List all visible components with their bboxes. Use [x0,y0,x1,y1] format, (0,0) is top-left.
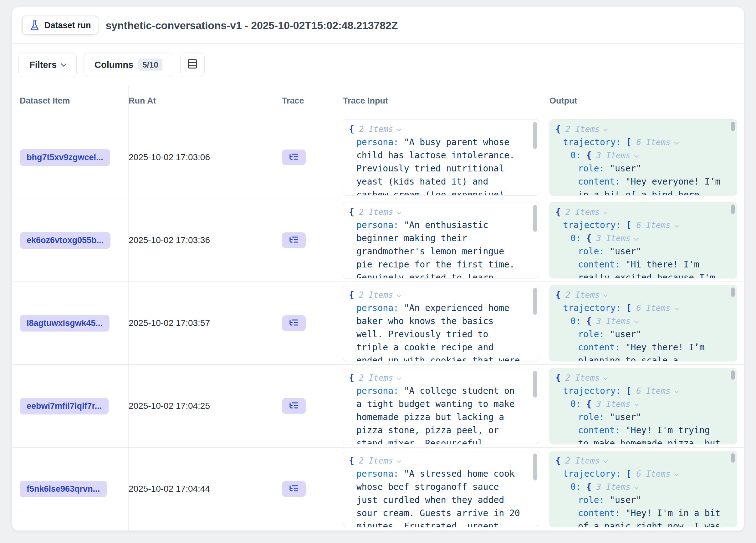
collapse-chevron-icon[interactable] [397,458,401,463]
dataset-item-cell: l8agtuwxisgwk45... [20,282,129,364]
filters-button[interactable]: Filters [18,53,77,77]
trace-input-json-viewer[interactable]: {2 Items persona: "An enthusiastic begin… [343,202,539,278]
collapse-chevron-icon[interactable] [674,306,679,310]
scrollbar-thumb[interactable] [533,122,537,149]
columns-button[interactable]: Columns 5/10 [84,53,173,77]
dataset-item-badge[interactable]: ek6oz6vtoxg055b... [20,232,110,249]
output-json-viewer[interactable]: {2 Items trajectory: [6 Items 0: {3 Item… [549,202,737,278]
collapse-chevron-icon[interactable] [603,210,608,214]
trace-button[interactable] [282,315,306,331]
role-value: "user" [610,329,641,339]
json-item-count: 6 Items [636,303,671,313]
toolbar: Filters Columns 5/10 [12,44,744,86]
json-item-count: 3 Items [596,151,631,160]
json-open-brace: { [586,482,592,492]
trace-input-json-viewer[interactable]: {2 Items persona: "An experienced home b… [343,285,539,361]
collapse-chevron-icon[interactable] [603,293,608,297]
output-json-viewer[interactable]: {2 Items trajectory: [6 Items 0: {3 Item… [549,368,737,444]
output-cell: {2 Items trajectory: [6 Items 0: {3 Item… [549,285,737,361]
chevron-down-icon [61,61,66,67]
dataset-item-cell: f5nk6lse963qrvn... [20,448,129,530]
table-header: Dataset Item Run At Trace Trace Input Ou… [12,86,744,116]
collapse-chevron-icon[interactable] [634,402,639,406]
trace-button[interactable] [282,233,306,248]
collapse-chevron-icon[interactable] [603,458,608,463]
dataset-item-badge[interactable]: bhg7t5xv9zgwcel... [20,149,110,166]
column-header-trace[interactable]: Trace [282,96,343,106]
json-content: {2 Items trajectory: [6 Items 0: {3 Item… [555,454,723,527]
trace-input-json-viewer[interactable]: {2 Items persona: "A stressed home cook … [343,451,539,527]
collapse-chevron-icon[interactable] [634,485,639,489]
column-header-output[interactable]: Output [549,96,736,106]
collapse-chevron-icon[interactable] [603,127,608,131]
output-json-viewer[interactable]: {2 Items trajectory: [6 Items 0: {3 Item… [549,451,737,527]
trace-button[interactable] [282,398,306,414]
json-item-count: 2 Items [359,373,393,382]
collapse-chevron-icon[interactable] [634,153,639,158]
json-key-index: 0: [570,482,581,492]
column-header-run-at[interactable]: Run At [129,96,282,106]
scrollbar-thumb[interactable] [533,205,537,232]
json-key-content: content: [578,177,620,187]
collapse-chevron-icon[interactable] [397,376,401,380]
dataset-run-badge[interactable]: Dataset run [22,16,98,35]
scrollbar-thumb[interactable] [533,288,537,315]
output-cell: {2 Items trajectory: [6 Items 0: {3 Item… [549,119,737,196]
trace-button[interactable] [282,150,306,165]
output-json-viewer[interactable]: {2 Items trajectory: [6 Items 0: {3 Item… [549,285,737,361]
scrollbar-thumb[interactable] [731,453,735,463]
json-item-count: 6 Items [636,469,671,479]
json-item-count: 6 Items [636,221,671,230]
json-open-bracket: [ [626,386,631,396]
json-open-brace: { [555,372,561,383]
json-item-count: 2 Items [359,456,393,465]
collapse-chevron-icon[interactable] [674,389,679,393]
dataset-run-badge-label: Dataset run [44,21,91,30]
trace-input-json-viewer[interactable]: {2 Items persona: "A busy parent whose c… [343,119,539,196]
list-tree-icon [289,483,299,494]
row-height-button[interactable] [180,53,205,77]
collapse-chevron-icon[interactable] [674,140,679,145]
output-json-viewer[interactable]: {2 Items trajectory: [6 Items 0: {3 Item… [549,119,737,196]
collapse-chevron-icon[interactable] [634,319,639,323]
scrollbar-thumb[interactable] [731,122,735,131]
json-content: {2 Items trajectory: [6 Items 0: {3 Item… [555,206,723,278]
json-key-content: content: [578,508,620,518]
column-header-dataset-item[interactable]: Dataset Item [20,86,129,116]
json-key-index: 0: [570,233,581,243]
role-value: "user" [610,412,641,422]
json-open-brace: { [555,124,561,134]
collapse-chevron-icon[interactable] [674,223,679,228]
trace-button[interactable] [282,481,306,497]
json-key-trajectory: trajectory: [563,386,621,396]
collapse-chevron-icon[interactable] [674,472,679,476]
flask-icon [29,20,40,31]
trace-input-json-viewer[interactable]: {2 Items persona: "A college student on … [343,368,539,444]
json-key-content: content: [578,342,620,352]
collapse-chevron-icon[interactable] [397,127,401,131]
scrollbar-thumb[interactable] [533,371,537,397]
json-open-brace: { [349,289,354,300]
json-open-brace: { [349,455,354,466]
dataset-item-cell: eebwi7mfil7lqlf7r... [20,365,129,447]
collapse-chevron-icon[interactable] [397,210,401,214]
json-open-bracket: [ [626,469,631,479]
collapse-chevron-icon[interactable] [603,376,608,380]
dataset-item-badge[interactable]: l8agtuwxisgwk45... [20,315,110,331]
json-content: {2 Items trajectory: [6 Items 0: {3 Item… [555,371,723,444]
json-key-persona: persona: [356,303,399,313]
list-tree-icon [289,152,299,163]
scrollbar-thumb[interactable] [731,205,735,214]
scrollbar-thumb[interactable] [731,287,735,297]
collapse-chevron-icon[interactable] [397,293,401,297]
column-header-trace-input[interactable]: Trace Input [343,96,549,106]
trace-input-cell: {2 Items persona: "A college student on … [343,368,549,444]
trace-cell [282,233,343,248]
json-content: {2 Items persona: "A stressed home cook … [349,454,523,527]
scrollbar-thumb[interactable] [533,453,537,480]
dataset-item-badge[interactable]: eebwi7mfil7lqlf7r... [20,398,109,414]
dataset-item-badge[interactable]: f5nk6lse963qrvn... [20,481,107,497]
collapse-chevron-icon[interactable] [634,236,639,241]
json-open-brace: { [586,233,592,243]
scrollbar-thumb[interactable] [731,370,735,380]
